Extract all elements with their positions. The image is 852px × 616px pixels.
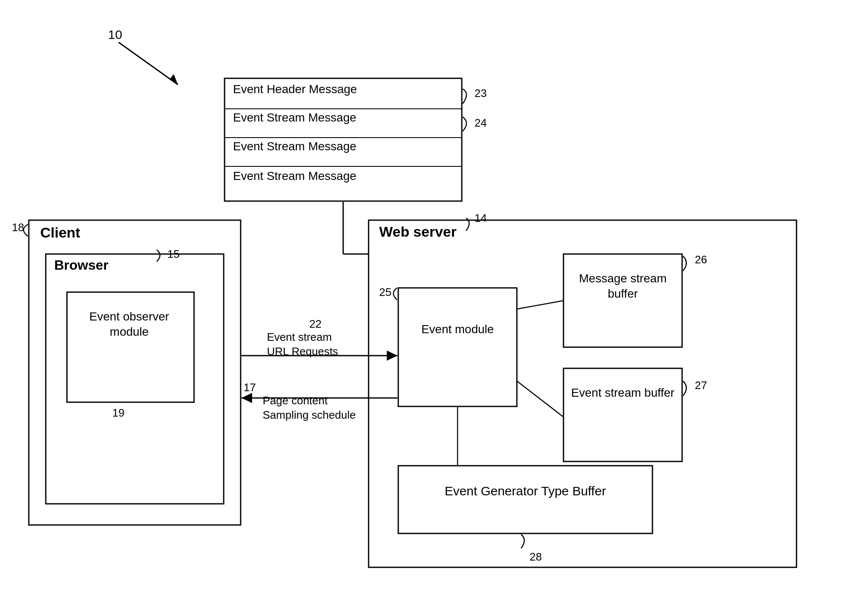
event-observer-module-label: Event observer module xyxy=(74,309,184,340)
ref-25-label: 25 xyxy=(379,286,391,299)
svg-rect-19 xyxy=(398,466,652,533)
ref-24-label: 24 xyxy=(475,116,487,130)
web-server-label: Web server xyxy=(379,224,457,240)
svg-marker-24 xyxy=(241,393,252,403)
diagram-container: 10 Event Header Message Event Stream Mes… xyxy=(0,0,852,616)
svg-line-17 xyxy=(517,301,563,309)
page-content-label: Page content Sampling schedule xyxy=(263,394,356,423)
client-label: Client xyxy=(40,224,80,241)
event-stream-url-label: Event stream URL Requests xyxy=(267,330,338,359)
ref-19-label: 19 xyxy=(112,406,125,420)
svg-marker-1 xyxy=(169,74,178,85)
svg-rect-16 xyxy=(563,368,682,461)
diagram-svg xyxy=(0,0,852,616)
ref-27-label: 27 xyxy=(695,379,707,392)
svg-line-18 xyxy=(517,381,563,417)
ref-14-label: 14 xyxy=(475,212,487,225)
event-module-label: Event module xyxy=(407,322,508,337)
svg-rect-11 xyxy=(46,254,224,504)
event-stream-message-1-label: Event Stream Message xyxy=(233,111,356,124)
ref-26-label: 26 xyxy=(695,253,707,266)
ref-15-label: 15 xyxy=(167,248,180,261)
svg-marker-22 xyxy=(387,351,397,361)
svg-rect-14 xyxy=(398,288,517,406)
svg-line-0 xyxy=(119,42,178,85)
ref-22-label: 22 xyxy=(309,318,322,331)
event-stream-message-2-label: Event Stream Message xyxy=(233,140,356,153)
ref-10-label: 10 xyxy=(108,28,122,42)
ref-17-label: 17 xyxy=(244,381,256,394)
event-generator-type-buffer-label: Event Generator Type Buffer xyxy=(407,483,644,499)
ref-23-label: 23 xyxy=(475,87,487,100)
ref-18-label: 18 xyxy=(12,221,24,234)
svg-rect-12 xyxy=(67,292,194,402)
event-stream-buffer-label: Event stream buffer xyxy=(570,385,676,401)
ref-28-label: 28 xyxy=(530,550,542,564)
event-stream-message-3-label: Event Stream Message xyxy=(233,169,356,183)
browser-label: Browser xyxy=(54,257,108,273)
message-stream-buffer-label: Message stream buffer xyxy=(570,271,676,302)
event-header-message-label: Event Header Message xyxy=(233,83,357,96)
